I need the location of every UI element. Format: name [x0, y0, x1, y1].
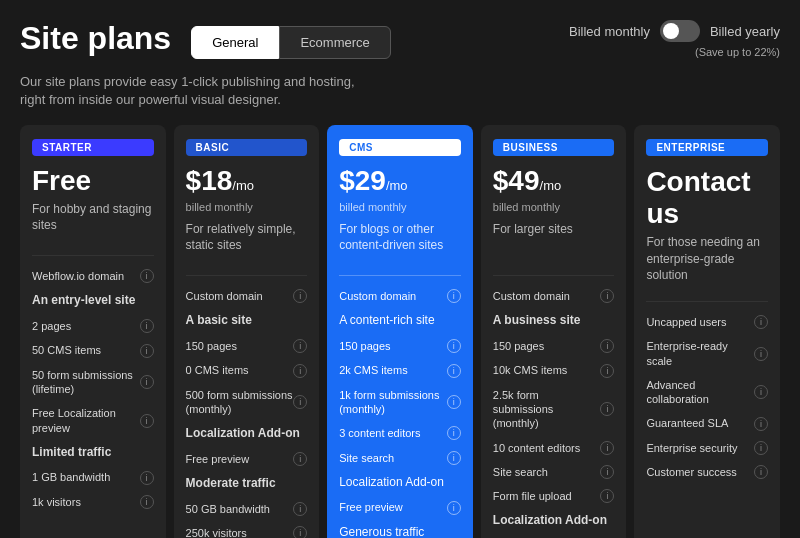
- info-icon-enterprise-3[interactable]: i: [754, 417, 768, 431]
- info-icon-basic-4[interactable]: i: [293, 395, 307, 409]
- info-icon-cms-5[interactable]: i: [447, 426, 461, 440]
- info-icon-cms-6[interactable]: i: [447, 451, 461, 465]
- feature-text-starter-4: 50 form submissions (lifetime): [32, 368, 140, 397]
- info-icon-cms-8[interactable]: i: [447, 501, 461, 515]
- feature-item-cms-8: Free previewi: [339, 497, 461, 517]
- info-icon-business-0[interactable]: i: [600, 289, 614, 303]
- feature-item-enterprise-2: Advanced collaborationi: [646, 375, 768, 410]
- info-icon-business-6[interactable]: i: [600, 465, 614, 479]
- info-icon-enterprise-1[interactable]: i: [754, 347, 768, 361]
- plan-description-basic: For relatively simple, static sites: [186, 221, 308, 257]
- feature-text-business-4: 2.5k form submissions (monthly): [493, 388, 601, 431]
- feature-text-enterprise-1: Enterprise-ready scale: [646, 339, 754, 368]
- feature-item-cms-5: 3 content editorsi: [339, 423, 461, 443]
- monthly-label: Billed monthly: [569, 24, 650, 39]
- feature-item-business-4: 2.5k form submissions (monthly)i: [493, 385, 615, 434]
- info-icon-basic-9[interactable]: i: [293, 526, 307, 538]
- plan-divider-starter: [32, 255, 154, 256]
- feature-text-enterprise-5: Customer success: [646, 465, 736, 479]
- feature-item-basic-7: Moderate traffic: [186, 473, 308, 495]
- info-icon-starter-8[interactable]: i: [140, 495, 154, 509]
- info-icon-starter-3[interactable]: i: [140, 344, 154, 358]
- info-icon-cms-3[interactable]: i: [447, 364, 461, 378]
- info-icon-basic-6[interactable]: i: [293, 452, 307, 466]
- tab-ecommerce[interactable]: Ecommerce: [279, 26, 390, 59]
- plans-grid: STARTERFreeFor hobby and staging sitesWe…: [20, 125, 780, 538]
- info-icon-enterprise-2[interactable]: i: [754, 385, 768, 399]
- info-icon-starter-2[interactable]: i: [140, 319, 154, 333]
- header: Site plans General Ecommerce Our site pl…: [20, 20, 780, 109]
- info-icon-business-5[interactable]: i: [600, 441, 614, 455]
- feature-item-starter-6: Limited traffic: [32, 442, 154, 464]
- feature-item-basic-2: 150 pagesi: [186, 336, 308, 356]
- info-icon-starter-5[interactable]: i: [140, 414, 154, 428]
- plan-description-cms: For blogs or other content-driven sites: [339, 221, 461, 257]
- feature-item-enterprise-3: Guaranteed SLAi: [646, 413, 768, 433]
- feature-text-starter-8: 1k visitors: [32, 495, 81, 509]
- info-icon-business-4[interactable]: i: [600, 402, 614, 416]
- plan-price-cms: $29/mo: [339, 166, 461, 197]
- feature-text-business-8: Localization Add-on: [493, 513, 607, 529]
- info-icon-enterprise-0[interactable]: i: [754, 315, 768, 329]
- info-icon-basic-3[interactable]: i: [293, 364, 307, 378]
- plan-billing-basic: billed monthly: [186, 201, 308, 213]
- feature-text-business-5: 10 content editors: [493, 441, 580, 455]
- page-description: Our site plans provide easy 1-click publ…: [20, 73, 360, 109]
- feature-text-basic-1: A basic site: [186, 313, 252, 329]
- feature-item-enterprise-1: Enterprise-ready scalei: [646, 336, 768, 371]
- feature-item-starter-5: Free Localization previewi: [32, 403, 154, 438]
- feature-item-business-6: Site searchi: [493, 462, 615, 482]
- plan-price-starter: Free: [32, 166, 154, 197]
- plan-divider-business: [493, 275, 615, 276]
- plan-card-business: BUSINESS$49/mobilled monthlyFor larger s…: [481, 125, 627, 538]
- plan-divider-basic: [186, 275, 308, 276]
- plan-badge-basic: BASIC: [186, 139, 308, 156]
- plan-billing-cms: billed monthly: [339, 201, 461, 213]
- plan-card-starter: STARTERFreeFor hobby and staging sitesWe…: [20, 125, 166, 538]
- feature-item-starter-1: An entry-level site: [32, 290, 154, 312]
- info-icon-enterprise-5[interactable]: i: [754, 465, 768, 479]
- feature-text-business-2: 150 pages: [493, 339, 544, 353]
- feature-item-business-3: 10k CMS itemsi: [493, 360, 615, 380]
- page-title: Site plans: [20, 20, 171, 57]
- info-icon-starter-7[interactable]: i: [140, 471, 154, 485]
- info-icon-enterprise-4[interactable]: i: [754, 441, 768, 455]
- feature-text-basic-7: Moderate traffic: [186, 476, 276, 492]
- feature-item-cms-9: Generous traffic: [339, 522, 461, 538]
- billing-toggle-switch[interactable]: [660, 20, 700, 42]
- plan-price-business: $49/mo: [493, 166, 615, 197]
- info-icon-starter-0[interactable]: i: [140, 269, 154, 283]
- info-icon-basic-2[interactable]: i: [293, 339, 307, 353]
- feature-item-basic-5: Localization Add-on: [186, 423, 308, 445]
- feature-item-cms-4: 1k form submissions (monthly)i: [339, 385, 461, 420]
- feature-text-cms-6: Site search: [339, 451, 394, 465]
- feature-text-starter-1: An entry-level site: [32, 293, 135, 309]
- info-icon-starter-4[interactable]: i: [140, 375, 154, 389]
- feature-text-starter-2: 2 pages: [32, 319, 71, 333]
- feature-item-starter-3: 50 CMS itemsi: [32, 340, 154, 360]
- tab-bar: General Ecommerce: [191, 26, 391, 59]
- feature-text-enterprise-0: Uncapped users: [646, 315, 726, 329]
- info-icon-basic-8[interactable]: i: [293, 502, 307, 516]
- info-icon-basic-0[interactable]: i: [293, 289, 307, 303]
- feature-item-starter-8: 1k visitorsi: [32, 492, 154, 512]
- info-icon-cms-4[interactable]: i: [447, 395, 461, 409]
- info-icon-cms-2[interactable]: i: [447, 339, 461, 353]
- plan-badge-starter: STARTER: [32, 139, 154, 156]
- feature-text-starter-5: Free Localization preview: [32, 406, 140, 435]
- tab-general[interactable]: General: [191, 26, 279, 59]
- feature-text-business-6: Site search: [493, 465, 548, 479]
- plan-badge-cms: CMS: [339, 139, 461, 156]
- feature-text-business-1: A business site: [493, 313, 581, 329]
- info-icon-cms-0[interactable]: i: [447, 289, 461, 303]
- feature-item-business-2: 150 pagesi: [493, 336, 615, 356]
- plan-divider-enterprise: [646, 301, 768, 302]
- feature-text-business-0: Custom domain: [493, 289, 570, 303]
- header-left: Site plans General Ecommerce Our site pl…: [20, 20, 391, 109]
- feature-text-basic-0: Custom domain: [186, 289, 263, 303]
- info-icon-business-7[interactable]: i: [600, 489, 614, 503]
- info-icon-business-2[interactable]: i: [600, 339, 614, 353]
- save-text: (Save up to 22%): [695, 46, 780, 58]
- feature-item-starter-0: Webflow.io domaini: [32, 266, 154, 286]
- info-icon-business-3[interactable]: i: [600, 364, 614, 378]
